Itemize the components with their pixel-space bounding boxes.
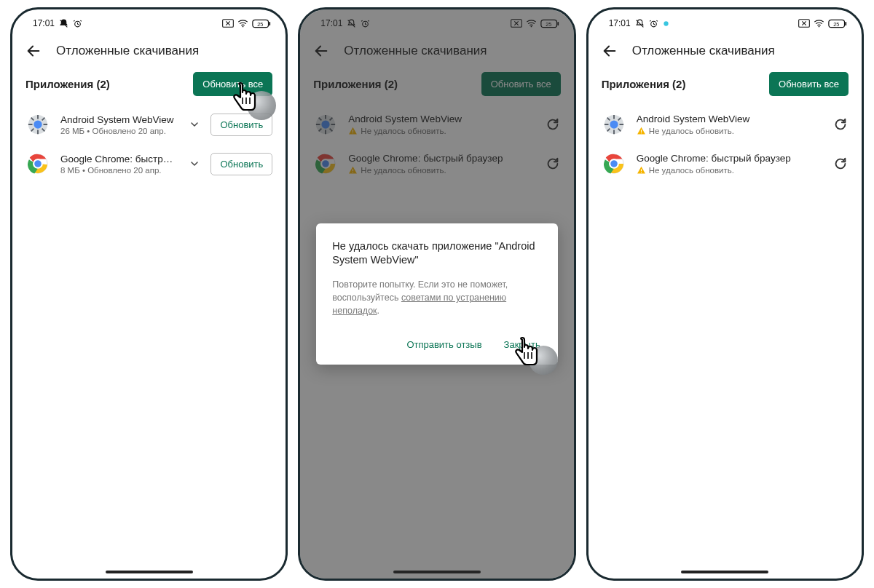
battery-icon: 25: [828, 19, 847, 28]
app-name: Google Chrome: быстрый браузер: [60, 154, 178, 164]
app-bar: Отложенные скачивания: [588, 33, 862, 72]
bell-off-icon: [59, 19, 68, 28]
status-bar: 17:01 25: [588, 14, 862, 33]
warning-icon: [637, 165, 646, 175]
back-arrow-icon[interactable]: [25, 43, 42, 59]
app-row-chrome[interactable]: Google Chrome: быстрый браузер 8 МБ • Об…: [12, 144, 286, 183]
app-subtext: 8 МБ • Обновлено 20 апр.: [60, 166, 178, 175]
home-indicator[interactable]: [106, 571, 193, 573]
svg-rect-41: [641, 172, 642, 172]
retry-icon[interactable]: [832, 156, 849, 172]
chrome-app-icon: [602, 151, 626, 176]
app-name: Android System WebView: [60, 114, 178, 125]
chevron-down-icon[interactable]: [189, 119, 200, 130]
svg-point-27: [664, 21, 668, 25]
chevron-down-icon[interactable]: [189, 158, 200, 170]
page-title: Отложенные скачивания: [56, 44, 199, 58]
webview-app-icon: [602, 112, 626, 137]
update-all-button[interactable]: Обновить все: [193, 72, 272, 96]
page-title: Отложенные скачивания: [632, 44, 775, 58]
svg-point-7: [34, 120, 42, 128]
app-row-webview[interactable]: Android System WebView Не удалось обнови…: [588, 105, 862, 144]
status-time: 17:01: [609, 18, 631, 28]
wifi-icon: [814, 19, 824, 28]
svg-rect-40: [641, 169, 642, 171]
svg-point-34: [610, 120, 618, 128]
phone-frame-1: 17:01 25 Отложенные скачивания Приложени…: [10, 7, 288, 581]
chrome-app-icon: [25, 151, 50, 176]
app-row-chrome[interactable]: Google Chrome: быстрый браузер Не удалос…: [588, 144, 862, 183]
home-indicator[interactable]: [681, 571, 768, 573]
bell-off-icon: [635, 19, 645, 28]
app-row-webview[interactable]: Android System WebView 26 МБ • Обновлено…: [12, 105, 286, 144]
app-name: Android System WebView: [637, 114, 822, 124]
section-title: Приложения (2): [602, 78, 686, 90]
battery-icon: 25: [252, 19, 271, 28]
dialog-body: Повторите попытку. Если это не поможет, …: [332, 278, 541, 317]
alarm-icon: [649, 19, 658, 28]
svg-text:25: 25: [258, 20, 264, 27]
card-x-icon: [222, 19, 234, 28]
back-arrow-icon[interactable]: [602, 43, 618, 59]
warning-icon: [637, 126, 646, 135]
status-time: 17:01: [33, 18, 55, 28]
svg-rect-31: [845, 21, 846, 25]
section-header: Приложения (2) Обновить все: [12, 72, 286, 105]
dot-icon: [663, 20, 669, 27]
svg-point-2: [243, 26, 244, 28]
svg-point-29: [819, 26, 820, 28]
svg-rect-4: [269, 21, 271, 25]
update-button-webview[interactable]: Обновить: [210, 114, 272, 136]
wifi-icon: [237, 19, 248, 28]
svg-rect-36: [641, 132, 642, 133]
error-dialog: Не удалось скачать приложение "Android S…: [316, 223, 557, 365]
send-feedback-button[interactable]: Отправить отзыв: [405, 333, 483, 356]
app-bar: Отложенные скачивания: [12, 33, 286, 72]
dialog-title: Не удалось скачать приложение "Android S…: [332, 239, 541, 268]
section-title: Приложения (2): [25, 78, 110, 90]
phone-frame-2: 17:01 25 Отложенные скачивания Приложени…: [298, 7, 575, 581]
app-subtext: Не удалось обновить.: [637, 126, 822, 135]
webview-app-icon: [25, 112, 50, 137]
dialog-scrim[interactable]: Не удалось скачать приложение "Android S…: [300, 9, 573, 579]
update-button-chrome[interactable]: Обновить: [210, 153, 272, 175]
app-name: Google Chrome: быстрый браузер: [637, 153, 822, 164]
app-subtext: 26 МБ • Обновлено 20 апр.: [60, 127, 178, 135]
app-subtext: Не удалось обновить.: [637, 165, 822, 175]
status-bar: 17:01 25: [12, 14, 286, 33]
phone-frame-3: 17:01 25 Отложенные скачивания Приложени…: [586, 7, 864, 581]
update-all-button[interactable]: Обновить все: [769, 72, 849, 96]
close-dialog-button[interactable]: Закрыть: [503, 333, 542, 356]
svg-rect-35: [641, 130, 642, 132]
alarm-icon: [73, 19, 82, 28]
section-header: Приложения (2) Обновить все: [588, 72, 862, 105]
retry-icon[interactable]: [832, 116, 849, 132]
svg-text:25: 25: [833, 20, 839, 27]
card-x-icon: [798, 19, 810, 28]
